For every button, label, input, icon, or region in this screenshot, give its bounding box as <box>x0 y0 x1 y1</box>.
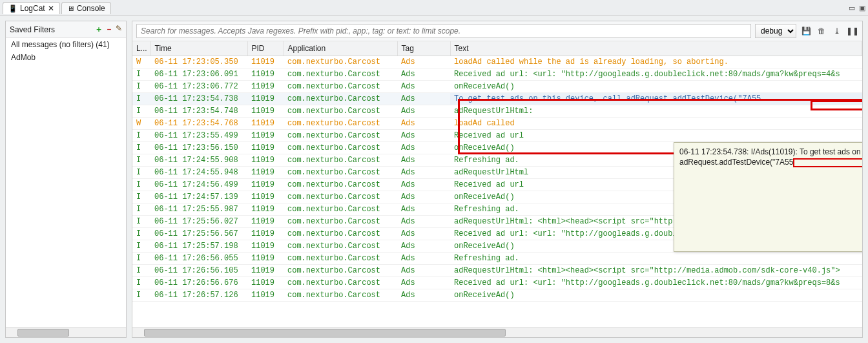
cell-l: I <box>132 154 150 167</box>
cell-time: 06-11 17:25:56.027 <box>150 216 247 228</box>
search-input[interactable] <box>136 24 751 38</box>
cell-time: 06-11 17:23:55.499 <box>150 130 247 142</box>
cell-time: 06-11 17:26:56.055 <box>150 253 247 265</box>
table-row[interactable]: W06-11 17:23:05.35011019com.nexturbo.Car… <box>132 56 862 68</box>
log-toolbar: debug 💾 🗑 ⤓ ❚❚ <box>132 21 862 41</box>
cell-l: I <box>132 228 150 240</box>
cell-time: 06-11 17:23:05.350 <box>150 56 247 68</box>
cell-tag: Ads <box>397 130 450 142</box>
table-row[interactable]: I06-11 17:23:06.09111019com.nexturbo.Car… <box>132 68 862 81</box>
cell-pid: 11019 <box>247 154 284 167</box>
cell-l: I <box>132 105 150 118</box>
scroll-lock-icon[interactable]: ⤓ <box>831 25 843 37</box>
cell-app: com.nexturbo.Carcost <box>284 167 397 179</box>
remove-filter-icon[interactable]: － <box>105 24 113 35</box>
log-panel: debug 💾 🗑 ⤓ ❚❚ L... Time PID Application <box>132 21 863 338</box>
cell-l: I <box>132 265 150 277</box>
cell-app: com.nexturbo.Carcost <box>284 265 397 277</box>
table-row[interactable]: I06-11 17:26:57.12611019com.nexturbo.Car… <box>132 289 862 302</box>
tab-console[interactable]: 🖥 Console <box>61 2 111 14</box>
cell-time: 06-11 17:23:54.768 <box>150 118 247 130</box>
cell-time: 06-11 17:23:54.748 <box>150 105 247 118</box>
tab-logcat[interactable]: 📱 LogCat ✕ <box>3 2 60 14</box>
cell-pid: 11019 <box>247 265 284 277</box>
cell-time: 06-11 17:24:57.139 <box>150 191 247 203</box>
col-header-text[interactable]: Text <box>450 41 862 56</box>
save-log-icon[interactable]: 💾 <box>800 25 812 37</box>
cell-pid: 11019 <box>247 240 284 253</box>
col-header-app[interactable]: Application <box>284 41 397 56</box>
cell-pid: 11019 <box>247 142 284 154</box>
cell-text: loadAd called <box>450 118 862 130</box>
table-row[interactable]: I06-11 17:23:54.74811019com.nexturbo.Car… <box>132 105 862 118</box>
filters-hscroll[interactable] <box>6 327 126 337</box>
cell-pid: 11019 <box>247 167 284 179</box>
scrollbar-thumb[interactable] <box>17 329 69 337</box>
cell-app: com.nexturbo.Carcost <box>284 191 397 203</box>
col-header-pid[interactable]: PID <box>247 41 284 56</box>
tooltip-line2-prefix: adRequest.addTestDevice("7A55 <box>679 158 793 167</box>
cell-tag: Ads <box>397 81 450 93</box>
cell-time: 06-11 17:25:55.987 <box>150 203 247 216</box>
cell-app: com.nexturbo.Carcost <box>284 179 397 191</box>
add-filter-icon[interactable]: ＋ <box>95 24 103 35</box>
cell-l: I <box>132 289 150 302</box>
close-icon[interactable]: ✕ <box>48 4 54 13</box>
cell-l: I <box>132 277 150 289</box>
cell-app: com.nexturbo.Carcost <box>284 228 397 240</box>
tooltip-line2: adRequest.addTestDevice("7A55); <box>679 157 862 167</box>
cell-text: Refreshing ad. <box>450 253 862 265</box>
log-hscroll[interactable] <box>132 327 862 337</box>
cell-time: 06-11 17:23:56.150 <box>150 142 247 154</box>
cell-text: Received ad url: <url: "http://googleads… <box>450 277 862 289</box>
table-row[interactable]: I06-11 17:23:55.49911019com.nexturbo.Car… <box>132 130 862 142</box>
col-header-time[interactable]: Time <box>150 41 247 56</box>
cell-pid: 11019 <box>247 105 284 118</box>
maximize-icon[interactable]: ▣ <box>859 4 865 12</box>
cell-pid: 11019 <box>247 93 284 105</box>
cell-app: com.nexturbo.Carcost <box>284 81 397 93</box>
cell-l: I <box>132 130 150 142</box>
cell-app: com.nexturbo.Carcost <box>284 154 397 167</box>
cell-text: adRequestUrlHtml: <box>450 105 862 118</box>
cell-l: I <box>132 142 150 154</box>
edit-filter-icon[interactable]: ✎ <box>116 24 122 35</box>
cell-l: W <box>132 56 150 68</box>
table-row[interactable]: I06-11 17:23:06.77211019com.nexturbo.Car… <box>132 81 862 93</box>
cell-time: 06-11 17:23:54.738 <box>150 93 247 105</box>
cell-pid: 11019 <box>247 68 284 81</box>
tooltip-line1: 06-11 17:23:54.738: I/Ads(11019): To get… <box>679 147 862 157</box>
saved-filters-title: Saved Filters <box>10 25 55 34</box>
table-row[interactable]: W06-11 17:23:54.76811019com.nexturbo.Car… <box>132 118 862 130</box>
cell-pid: 11019 <box>247 179 284 191</box>
pause-icon[interactable]: ❚❚ <box>847 25 858 37</box>
cell-tag: Ads <box>397 142 450 154</box>
cell-app: com.nexturbo.Carcost <box>284 68 397 81</box>
cell-l: I <box>132 191 150 203</box>
cell-app: com.nexturbo.Carcost <box>284 56 397 68</box>
minimize-icon[interactable]: ▭ <box>849 4 855 12</box>
clear-log-icon[interactable]: 🗑 <box>816 25 827 37</box>
console-icon: 🖥 <box>67 5 74 12</box>
table-row[interactable]: I06-11 17:23:54.73811019com.nexturbo.Car… <box>132 93 862 105</box>
level-select[interactable]: debug <box>755 24 796 38</box>
cell-tag: Ads <box>397 203 450 216</box>
table-row[interactable]: I06-11 17:26:56.67611019com.nexturbo.Car… <box>132 277 862 289</box>
col-header-tag[interactable]: Tag <box>397 41 450 56</box>
filter-list: All messages (no filters) (41) AdMob <box>6 38 126 327</box>
cell-time: 06-11 17:24:56.499 <box>150 179 247 191</box>
scrollbar-thumb[interactable] <box>144 329 506 337</box>
cell-time: 06-11 17:26:56.676 <box>150 277 247 289</box>
cell-time: 06-11 17:26:57.126 <box>150 289 247 302</box>
cell-time: 06-11 17:26:56.105 <box>150 265 247 277</box>
cell-pid: 11019 <box>247 118 284 130</box>
saved-filters-panel: Saved Filters ＋ － ✎ All messages (no fil… <box>5 21 127 338</box>
table-row[interactable]: I06-11 17:26:56.10511019com.nexturbo.Car… <box>132 265 862 277</box>
col-header-level[interactable]: L... <box>132 41 150 56</box>
cell-pid: 11019 <box>247 203 284 216</box>
filter-item-all[interactable]: All messages (no filters) (41) <box>6 38 126 51</box>
table-row[interactable]: I06-11 17:26:56.05511019com.nexturbo.Car… <box>132 253 862 265</box>
filter-item-admob[interactable]: AdMob <box>6 51 126 64</box>
cell-tag: Ads <box>397 228 450 240</box>
cell-tag: Ads <box>397 253 450 265</box>
